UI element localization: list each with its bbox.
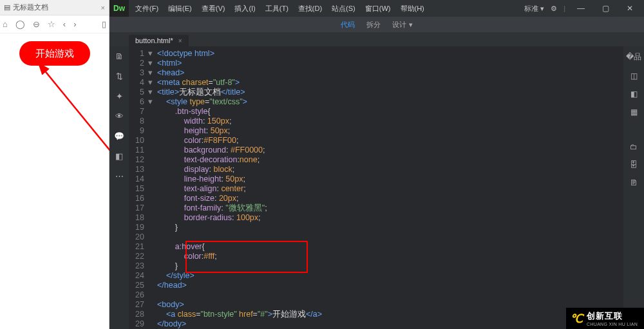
filetab-row: button.html* × — [109, 32, 644, 46]
star-icon[interactable]: ☆ — [48, 19, 55, 29]
file-tab-label: button.html* — [135, 37, 173, 44]
menu-item[interactable]: 文件(F) — [131, 2, 162, 15]
workspace-selector[interactable]: 标准 ▾ — [524, 4, 544, 14]
close-icon[interactable]: × — [101, 4, 105, 12]
eye-icon[interactable]: 👁 — [115, 111, 124, 121]
stop-icon[interactable]: ⊖ — [33, 19, 40, 29]
view-tab[interactable]: 拆分 — [366, 20, 381, 30]
preview-tab[interactable]: ▤ 无标题文档 × — [0, 0, 109, 15]
menu-items: 文件(F)编辑(E)查看(V)插入(I)工具(T)查找(D)站点(S)窗口(W)… — [131, 2, 428, 15]
file-tab[interactable]: button.html* × — [129, 35, 189, 46]
menu-item[interactable]: 插入(I) — [231, 2, 259, 15]
menu-item[interactable]: 查看(V) — [198, 2, 229, 15]
panel5-icon[interactable]: 🗄 — [630, 160, 638, 169]
document-icon: ▤ — [4, 3, 10, 12]
left-toolbar: 🗎 ⇅ ✦ 👁 💬 ◧ ⋯ — [109, 46, 129, 329]
minimize-button[interactable]: — — [572, 3, 590, 14]
start-game-button[interactable]: 开始游戏 — [19, 41, 90, 66]
menu-item[interactable]: 帮助(H) — [397, 2, 428, 15]
panel6-icon[interactable]: 🖹 — [630, 178, 638, 187]
watermark-logo-icon: ℃ — [570, 312, 583, 326]
back-icon[interactable]: ‹ — [63, 19, 66, 29]
menu-item[interactable]: 工具(T) — [261, 2, 292, 15]
more-icon[interactable]: ⋯ — [115, 171, 124, 181]
preview-tab-title: 无标题文档 — [13, 3, 48, 12]
watermark-text: 创新互联 — [587, 311, 623, 321]
view-tab[interactable]: 设计 ▾ — [392, 20, 412, 30]
panel4-icon[interactable]: 🗀 — [630, 142, 638, 151]
menu-item[interactable]: 查找(D) — [294, 2, 326, 15]
code-area: 🗎 ⇅ ✦ 👁 💬 ◧ ⋯ 12345678910111213141516171… — [109, 46, 644, 329]
editor: Dw 文件(F)编辑(E)查看(V)插入(I)工具(T)查找(D)站点(S)窗口… — [109, 0, 644, 329]
file-icon[interactable]: 🗎 — [115, 52, 124, 61]
wand-icon[interactable]: ✦ — [116, 91, 123, 101]
watermark-subtext: CHUANG XIN HU LIAN — [587, 322, 638, 326]
layers-icon[interactable]: ◫ — [630, 71, 638, 80]
panel3-icon[interactable]: ▦ — [630, 108, 638, 117]
panel-icon[interactable]: �品 — [626, 52, 641, 62]
arrows-icon[interactable]: ⇅ — [116, 71, 123, 81]
close-icon[interactable]: × — [178, 37, 182, 44]
preview-toolbar: ⌂ ◯ ⊖ ☆ ‹ › ▯ — [0, 15, 109, 33]
bookmark-icon[interactable]: ◧ — [115, 151, 123, 161]
menu-item[interactable]: 窗口(W) — [361, 2, 395, 15]
code-editor[interactable]: 1234567891011121314151617181920212223242… — [129, 46, 623, 329]
menu-item[interactable]: 站点(S) — [328, 2, 359, 15]
close-button[interactable]: ✕ — [621, 3, 639, 14]
forward-icon[interactable]: › — [73, 19, 76, 29]
preview-panel: ▤ 无标题文档 × ⌂ ◯ ⊖ ☆ ‹ › ▯ 开始游戏 — [0, 0, 109, 329]
comment-icon[interactable]: 💬 — [114, 131, 124, 141]
home-icon[interactable]: ⌂ — [3, 19, 8, 29]
document-icon[interactable]: ▯ — [102, 19, 106, 29]
panel2-icon[interactable]: ◧ — [630, 89, 638, 99]
maximize-button[interactable]: ▢ — [596, 3, 614, 14]
right-toolbar: �品 ◫ ◧ ▦ 🗀 🗄 🖹 — [623, 46, 644, 329]
viewbar: 代码拆分设计 ▾ — [109, 17, 644, 32]
watermark: ℃ 创新互联 CHUANG XIN HU LIAN — [566, 308, 644, 329]
menubar: Dw 文件(F)编辑(E)查看(V)插入(I)工具(T)查找(D)站点(S)窗口… — [109, 0, 644, 17]
menu-item[interactable]: 编辑(E) — [164, 2, 196, 15]
gear-icon[interactable]: ⚙ — [551, 5, 557, 13]
view-tab[interactable]: 代码 — [341, 20, 355, 30]
refresh-icon[interactable]: ◯ — [15, 19, 25, 29]
dreamweaver-logo: Dw — [109, 0, 129, 17]
